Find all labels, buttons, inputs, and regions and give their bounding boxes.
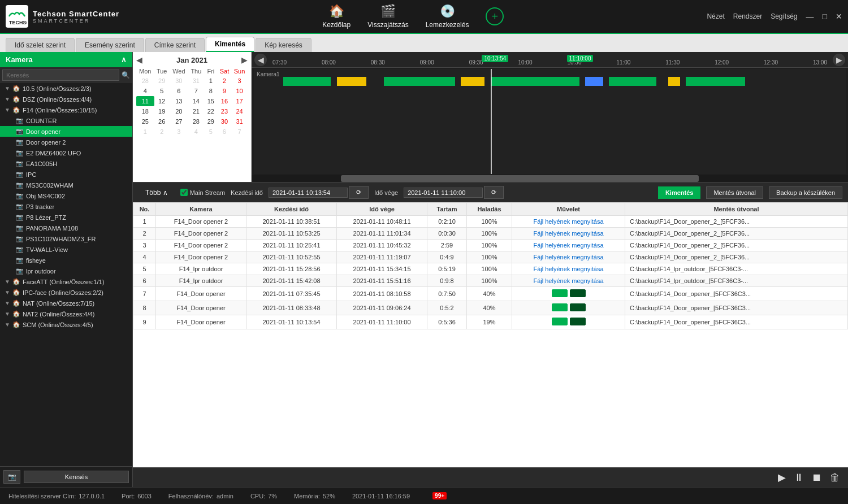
cal-prev-button[interactable]: ◀ — [136, 55, 142, 64]
calendar-day[interactable]: 2 — [154, 127, 170, 137]
main-stream-checkbox[interactable] — [180, 189, 188, 196]
save-path-button[interactable]: Mentés útvonal — [706, 186, 763, 199]
tab-label[interactable]: Címke szerint — [145, 38, 205, 52]
search-button[interactable]: Keresés — [24, 471, 129, 483]
sidebar-tree-item[interactable]: 📷Obj MS4C002 — [0, 190, 132, 201]
sidebar-tree-item[interactable]: 📷lpr outdoor — [0, 266, 132, 276]
start-time-spin[interactable]: ⟳ — [349, 186, 369, 199]
export-button[interactable]: Kimentés — [658, 186, 701, 199]
nav-home-button[interactable]: 🏠 Kezdőlap — [322, 4, 351, 29]
menu-segitseg[interactable]: Segítség — [771, 12, 797, 20]
calendar-day[interactable]: 14 — [188, 96, 204, 106]
tab-event[interactable]: Esemény szerint — [76, 38, 144, 52]
end-time-spin[interactable]: ⟳ — [484, 186, 504, 199]
menu-nezet[interactable]: Nézet — [707, 12, 724, 20]
tab-time-slice[interactable]: Idő szelet szerint — [6, 38, 75, 52]
calendar-day[interactable]: 3 — [170, 127, 188, 137]
calendar-day[interactable]: 4 — [188, 127, 204, 137]
calendar-day[interactable]: 31 — [188, 76, 204, 86]
calendar-day[interactable]: 28 — [136, 76, 154, 86]
calendar-day[interactable]: 18 — [136, 106, 154, 116]
calendar-day[interactable]: 29 — [154, 76, 170, 86]
calendar-day[interactable]: 17 — [231, 96, 248, 106]
start-time-input[interactable] — [269, 188, 348, 198]
calendar-day[interactable]: 25 — [136, 116, 154, 127]
sidebar-tree-item[interactable]: 📷Door opener — [0, 126, 132, 137]
backup-button[interactable]: Backup a készüléken — [769, 186, 842, 199]
tab-export[interactable]: Kimentés — [206, 37, 254, 52]
calendar-day[interactable]: 1 — [204, 76, 218, 86]
sidebar-tree-item[interactable]: ▼🏠F14 (Online/Összes:10/15) — [0, 105, 132, 115]
calendar-day[interactable]: 15 — [204, 96, 218, 106]
calendar-day[interactable]: 24 — [231, 106, 248, 116]
collapse-icon[interactable]: ∧ — [121, 55, 127, 64]
play-button[interactable]: ▶ — [776, 470, 788, 485]
sidebar-tree-item[interactable]: 📷PANORAMA M108 — [0, 223, 132, 233]
timeline-next-button[interactable]: ▶ — [833, 54, 845, 66]
search-input[interactable] — [2, 69, 119, 81]
sidebar-tree-item[interactable]: 📷TV-WALL-View — [0, 244, 132, 255]
sidebar-tree-item[interactable]: ▼🏠SCM (Online/Összes:4/5) — [0, 319, 132, 330]
sidebar-cam-icon-btn[interactable]: 📷 — [3, 470, 20, 484]
win-minimize[interactable]: — — [806, 12, 814, 21]
calendar-day[interactable]: 30 — [170, 76, 188, 86]
sidebar-tree-item[interactable]: 📷PS1C102WHADMZ3_FR — [0, 233, 132, 244]
cell-operation[interactable]: Fájl helyének megnyitása — [512, 228, 625, 240]
sidebar-tree-item[interactable]: 📷E2 DMZ64002 UFO — [0, 147, 132, 158]
calendar-day[interactable]: 11 — [136, 96, 154, 106]
search-icon[interactable]: 🔍 — [122, 71, 130, 79]
sidebar-tree-item[interactable]: 📷Door opener 2 — [0, 137, 132, 147]
sidebar-tree-item[interactable]: 📷P3 tracker — [0, 201, 132, 212]
calendar-day[interactable]: 2 — [218, 76, 231, 86]
cell-operation[interactable]: Fájl helyének megnyitása — [512, 275, 625, 287]
mehr-button[interactable]: Több ∧ — [139, 186, 175, 199]
calendar-day[interactable]: 9 — [218, 86, 231, 96]
sidebar-tree-item[interactable]: 📷fisheye — [0, 255, 132, 266]
tab-image-search[interactable]: Kép keresés — [256, 38, 311, 52]
sidebar-tree-item[interactable]: 📷IPC — [0, 169, 132, 180]
sidebar-tree-item[interactable]: 📷COUNTER — [0, 115, 132, 126]
nav-disk-button[interactable]: 💿 Lemezkezelés — [426, 4, 469, 29]
calendar-day[interactable]: 30 — [218, 116, 231, 127]
menu-rendszer[interactable]: Rendszer — [733, 12, 762, 20]
sidebar-tree-item[interactable]: ▼🏠10.5 (Online/Összes:2/3) — [0, 83, 132, 94]
win-close[interactable]: ✕ — [836, 12, 842, 21]
add-tab-button[interactable]: + — [486, 7, 504, 25]
sidebar-tree-item[interactable]: 📷EA1C005H — [0, 158, 132, 169]
end-time-input[interactable] — [404, 188, 483, 198]
calendar-day[interactable]: 6 — [170, 86, 188, 96]
sidebar-tree-item[interactable]: ▼🏠DSZ (Online/Összes:4/4) — [0, 94, 132, 105]
cell-operation[interactable]: Fájl helyének megnyitása — [512, 263, 625, 275]
cell-operation[interactable]: Fájl helyének megnyitása — [512, 251, 625, 263]
calendar-day[interactable]: 1 — [136, 127, 154, 137]
sidebar-tree-item[interactable]: ▼🏠FaceATT (Online/Összes:1/1) — [0, 276, 132, 287]
sidebar-tree-item[interactable]: ▼🏠NAT2 (Online/Összes:4/4) — [0, 309, 132, 319]
calendar-day[interactable]: 7 — [231, 127, 248, 137]
sidebar-tree-item[interactable]: 📷P8 Lézer_PTZ — [0, 212, 132, 223]
calendar-day[interactable]: 21 — [188, 106, 204, 116]
cell-operation[interactable]: Fájl helyének megnyitása — [512, 216, 625, 228]
cal-next-button[interactable]: ▶ — [241, 55, 248, 64]
calendar-day[interactable]: 20 — [170, 106, 188, 116]
stop-button[interactable]: ⏹ — [810, 471, 824, 485]
delete-button[interactable]: 🗑 — [828, 471, 842, 485]
pause-button[interactable]: ⏸ — [791, 471, 806, 485]
calendar-day[interactable]: 22 — [204, 106, 218, 116]
calendar-day[interactable]: 29 — [204, 116, 218, 127]
calendar-day[interactable]: 7 — [188, 86, 204, 96]
calendar-day[interactable]: 8 — [204, 86, 218, 96]
calendar-day[interactable]: 5 — [154, 86, 170, 96]
calendar-day[interactable]: 6 — [218, 127, 231, 137]
timeline-prev-button[interactable]: ◀ — [254, 54, 267, 66]
timeline-scrollbar[interactable] — [252, 175, 848, 182]
calendar-day[interactable]: 5 — [204, 127, 218, 137]
calendar-day[interactable]: 28 — [188, 116, 204, 127]
calendar-day[interactable]: 26 — [154, 116, 170, 127]
calendar-day[interactable]: 23 — [218, 106, 231, 116]
calendar-day[interactable]: 10 — [231, 86, 248, 96]
sidebar-tree-item[interactable]: ▼🏠IPC-face (Online/Összes:2/2) — [0, 287, 132, 298]
calendar-day[interactable]: 31 — [231, 116, 248, 127]
win-maximize[interactable]: □ — [823, 12, 827, 21]
calendar-day[interactable]: 19 — [154, 106, 170, 116]
calendar-day[interactable]: 4 — [136, 86, 154, 96]
